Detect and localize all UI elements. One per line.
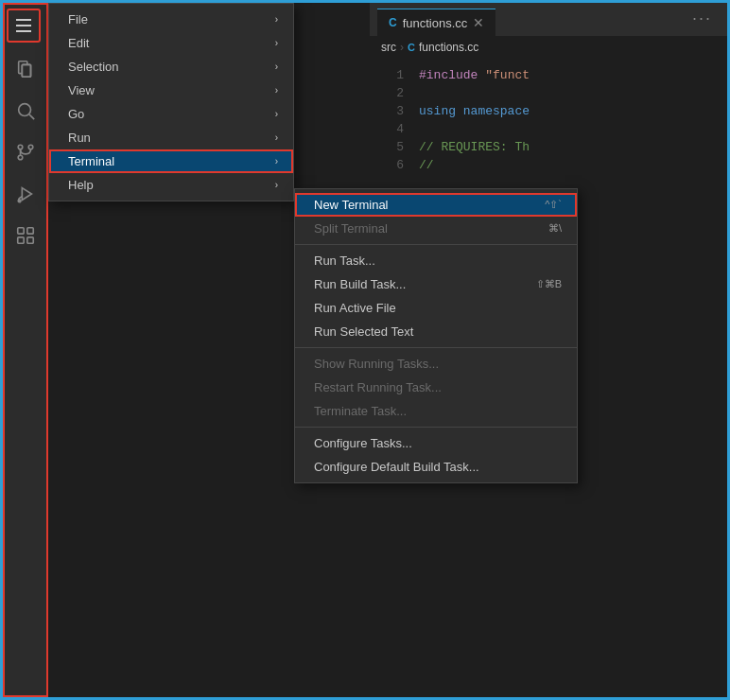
menu-item-view[interactable]: View › [49,79,293,102]
editor-tab-functions-cc[interactable]: C functions.cc ✕ [377,9,495,36]
source-control-icon[interactable] [7,133,44,171]
svg-rect-13 [18,237,24,243]
arrow-icon: › [275,14,278,25]
submenu-item-run-build-task[interactable]: Run Build Task... ⇧⌘B [295,272,577,296]
hamburger-button[interactable] [7,9,41,43]
submenu-item-new-terminal[interactable]: New Terminal ^⇧` [295,193,577,217]
code-line-1: 1 #include "funct [370,66,727,84]
svg-marker-9 [22,188,31,201]
svg-rect-11 [18,228,24,234]
run-debug-icon[interactable] [7,175,44,213]
tab-close-button[interactable]: ✕ [473,15,484,30]
code-content: 1 #include "funct 2 3 using namespace 4 [370,59,727,182]
submenu-separator-1 [295,244,577,245]
arrow-icon: › [275,156,278,166]
submenu-item-show-running-tasks: Show Running Tasks... [295,352,577,376]
svg-point-6 [28,145,33,149]
arrow-icon: › [275,109,278,119]
svg-point-5 [18,145,23,149]
submenu-item-run-selected-text[interactable]: Run Selected Text [295,320,577,343]
submenu-item-run-active-file[interactable]: Run Active File [295,296,577,320]
svg-line-4 [29,114,34,119]
menu-item-help[interactable]: Help › [49,173,293,197]
arrow-icon: › [275,38,278,48]
menu-item-file[interactable]: File › [49,8,293,31]
arrow-icon: › [275,61,278,72]
code-line-2: 2 [370,84,727,102]
menu-item-run[interactable]: Run › [49,126,293,149]
menu-item-selection[interactable]: Selection › [49,55,293,79]
code-line-4: 4 [370,120,727,138]
arrow-icon: › [275,85,278,96]
submenu-item-terminate-task: Terminate Task... [295,399,577,423]
editor-options[interactable]: ··· [692,9,712,28]
submenu-item-split-terminal: Split Terminal ⌘\ [295,217,577,240]
hamburger-line-3 [16,30,31,32]
svg-point-3 [19,104,31,116]
code-line-3: 3 using namespace [370,102,727,120]
breadcrumb: src › C functions.cc [370,36,727,59]
arrow-icon: › [275,132,278,143]
submenu-separator-3 [295,427,577,428]
terminal-submenu: New Terminal ^⇧` Split Terminal ⌘\ Run T… [294,188,578,483]
extensions-icon[interactable] [7,217,44,254]
breadcrumb-cpp-icon: C [408,42,415,53]
svg-point-7 [18,155,23,160]
svg-point-10 [18,200,21,202]
submenu-item-configure-default-build[interactable]: Configure Default Build Task... [295,455,577,479]
menu-item-edit[interactable]: Edit › [49,31,293,55]
breadcrumb-file: C functions.cc [408,41,478,54]
search-icon[interactable] [7,92,44,130]
breadcrumb-src: src [381,41,396,54]
hamburger-line-2 [16,25,31,26]
primary-menu: File › Edit › Selection › View › Go › [48,3,294,201]
code-line-6: 6 // [370,156,727,174]
code-line-5: 5 // REQUIRES: Th [370,138,727,156]
activity-bar [3,3,48,697]
submenu-item-run-task[interactable]: Run Task... [295,249,577,272]
editor-tabs: ··· C functions.cc ✕ [370,3,727,36]
svg-rect-1 [22,64,30,77]
hamburger-line-1 [16,19,31,21]
menu-item-terminal[interactable]: Terminal › [49,149,293,173]
submenu-item-restart-running-task: Restart Running Task... [295,376,577,399]
app-container: File › Edit › Selection › View › Go › [3,3,727,697]
menu-item-go[interactable]: Go › [49,102,293,126]
submenu-separator-2 [295,347,577,348]
submenu-item-configure-tasks[interactable]: Configure Tasks... [295,431,577,455]
tab-label: functions.cc [403,16,468,30]
cpp-file-icon: C [389,16,397,29]
svg-rect-12 [27,228,33,234]
breadcrumb-separator: › [400,41,404,54]
files-icon[interactable] [7,50,44,88]
svg-rect-14 [27,237,33,243]
menu-overlay: File › Edit › Selection › View › Go › [48,3,727,697]
arrow-icon: › [275,180,278,190]
main-layout: File › Edit › Selection › View › Go › [3,3,727,697]
